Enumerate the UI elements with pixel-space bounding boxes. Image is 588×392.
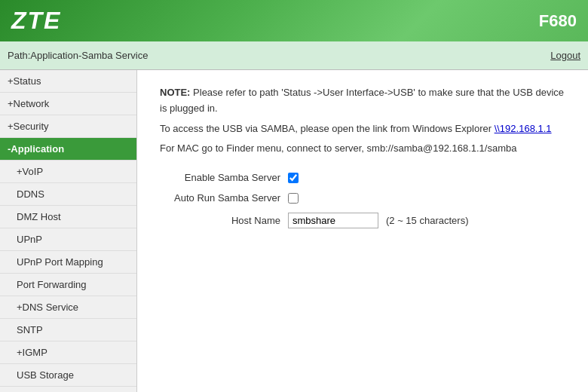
note-box: NOTE: Please refer to path 'Status ->Use…: [160, 85, 565, 157]
breadcrumb: Path:Application-Samba Service: [8, 50, 148, 61]
navbar: Path:Application-Samba Service Logout: [0, 41, 588, 70]
note2-link[interactable]: \\192.168.1.1: [495, 123, 552, 134]
sidebar-item-network[interactable]: +Network: [0, 93, 136, 115]
main-content: NOTE: Please refer to path 'Status ->Use…: [137, 70, 588, 392]
host-name-row: Host Name (2 ~ 15 characters): [160, 213, 565, 228]
logout-link[interactable]: Logout: [550, 50, 580, 61]
note2: To access the USB via SAMBA, please open…: [160, 121, 565, 137]
enable-samba-row: Enable Samba Server: [160, 172, 565, 183]
layout: +Status+Network+Security-Application+VoI…: [0, 70, 588, 392]
host-name-label: Host Name: [160, 215, 288, 226]
host-name-hint: (2 ~ 15 characters): [386, 215, 468, 226]
sidebar-item-upnp[interactable]: UPnP: [0, 228, 136, 251]
note3: For MAC go to Finder menu, connect to se…: [160, 141, 565, 157]
sidebar-item-igmp[interactable]: +IGMP: [0, 341, 136, 364]
sidebar-item-port-forwarding[interactable]: Port Forwarding: [0, 274, 136, 296]
sidebar-item-upnp-port-mapping[interactable]: UPnP Port Mapping: [0, 251, 136, 274]
enable-samba-checkbox[interactable]: [288, 173, 299, 183]
sidebar-item-status[interactable]: +Status: [0, 70, 136, 93]
sidebar-item-dmz-host[interactable]: DMZ Host: [0, 206, 136, 228]
sidebar-item-voip[interactable]: +VoIP: [0, 161, 136, 183]
sidebar-item-dms-dlna[interactable]: DMS / DLNA: [0, 387, 136, 392]
sidebar-item-application[interactable]: -Application: [0, 138, 136, 161]
sidebar: +Status+Network+Security-Application+VoI…: [0, 70, 137, 392]
sidebar-item-ddns[interactable]: DDNS: [0, 183, 136, 206]
enable-samba-label: Enable Samba Server: [160, 172, 288, 183]
note2-text: To access the USB via SAMBA, please open…: [160, 123, 495, 134]
note1: NOTE: Please refer to path 'Status ->Use…: [160, 85, 565, 117]
auto-run-checkbox[interactable]: [288, 193, 299, 204]
model: F680: [539, 11, 577, 31]
logo: ZTE: [11, 7, 61, 35]
sidebar-item-dns-service[interactable]: +DNS Service: [0, 296, 136, 319]
auto-run-label: Auto Run Samba Server: [160, 192, 288, 204]
sidebar-item-sntp[interactable]: SNTP: [0, 319, 136, 341]
form-section: Enable Samba Server Auto Run Samba Serve…: [160, 172, 565, 228]
note1-text: Please refer to path 'Status ->User Inte…: [160, 87, 564, 114]
sidebar-item-security[interactable]: +Security: [0, 115, 136, 138]
sidebar-item-usb-storage[interactable]: USB Storage: [0, 364, 136, 387]
host-name-input[interactable]: [288, 213, 378, 228]
header: ZTE F680: [0, 0, 588, 41]
note-label: NOTE:: [160, 87, 190, 98]
auto-run-row: Auto Run Samba Server: [160, 192, 565, 204]
